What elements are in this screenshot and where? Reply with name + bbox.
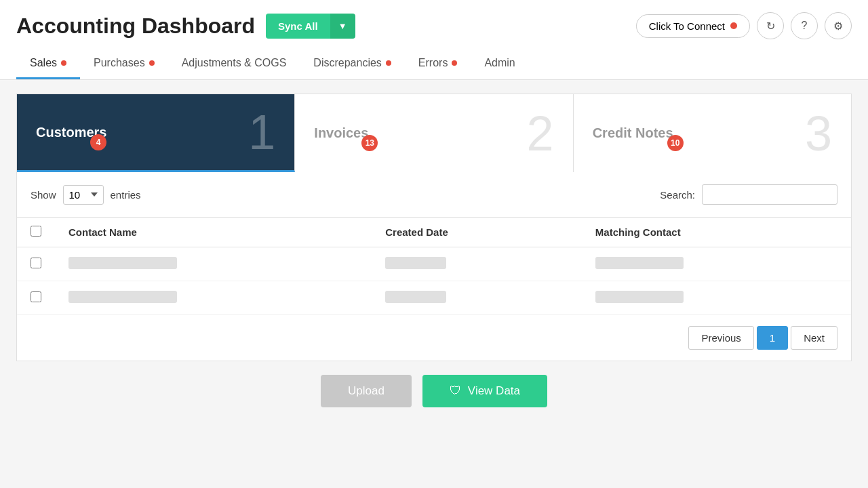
- help-button[interactable]: ?: [791, 12, 818, 39]
- invoices-label-wrap: Invoices 13: [314, 125, 368, 141]
- table-row: [17, 247, 851, 281]
- row1-created-date-cell: [372, 247, 582, 281]
- sync-all-button[interactable]: Sync All: [266, 14, 330, 39]
- section-tab-invoices[interactable]: Invoices 13 2: [295, 94, 573, 172]
- upload-button[interactable]: Upload: [321, 375, 412, 407]
- nav-tabs: Sales Purchases Adjustments & COGS Discr…: [16, 50, 852, 79]
- section-tabs: Customers 4 1 Invoices 13 2 Credit Notes…: [17, 94, 851, 172]
- credit-notes-badge: 10: [667, 135, 684, 151]
- credit-notes-number: 3: [805, 109, 832, 158]
- tab-adjustments[interactable]: Adjustments & COGS: [168, 50, 300, 79]
- row1-matching-contact-skeleton: [595, 257, 684, 269]
- help-icon: ?: [802, 20, 808, 32]
- settings-icon: ⚙: [833, 20, 843, 33]
- refresh-button[interactable]: ↻: [757, 12, 784, 39]
- tab-errors[interactable]: Errors: [405, 50, 471, 79]
- table-controls: Show 10 25 50 100 entries Search:: [17, 172, 851, 217]
- refresh-icon: ↻: [766, 20, 775, 33]
- nav-tab-list: Sales Purchases Adjustments & COGS Discr…: [16, 50, 852, 79]
- sync-dropdown-button[interactable]: ▼: [330, 14, 355, 39]
- tab-discrepancies[interactable]: Discrepancies: [300, 50, 404, 79]
- section-tab-credit-notes[interactable]: Credit Notes 10 3: [574, 94, 851, 172]
- header-top: Accounting Dashboard Sync All ▼ Click To…: [16, 12, 852, 39]
- row1-checkbox-cell: [17, 247, 55, 281]
- invoices-number: 2: [527, 109, 554, 158]
- tab-admin-label: Admin: [484, 57, 515, 69]
- connection-status-dot: [730, 22, 737, 29]
- row1-created-date-skeleton: [385, 257, 446, 269]
- bottom-actions: Upload 🛡 View Data: [16, 361, 852, 414]
- credit-notes-label: Credit Notes: [593, 125, 673, 141]
- col-created-date-header: Created Date: [372, 218, 582, 247]
- purchases-dot: [149, 60, 155, 66]
- row1-contact-name-skeleton: [68, 257, 177, 269]
- row2-matching-contact-skeleton: [595, 291, 684, 303]
- search-wrap: Search:: [660, 184, 837, 205]
- col-contact-name-header: Contact Name: [55, 218, 372, 247]
- credit-notes-label-wrap: Credit Notes 10: [593, 125, 673, 141]
- row2-checkbox-cell: [17, 281, 55, 315]
- tab-discrepancies-label: Discrepancies: [313, 57, 381, 69]
- errors-dot: [452, 60, 457, 66]
- view-data-button[interactable]: 🛡 View Data: [422, 375, 547, 407]
- search-label: Search:: [660, 189, 695, 201]
- next-button[interactable]: Next: [791, 326, 837, 350]
- tab-purchases[interactable]: Purchases: [80, 50, 168, 79]
- row2-matching-contact-cell: [582, 281, 851, 315]
- chevron-down-icon: ▼: [338, 21, 347, 31]
- view-data-label: View Data: [468, 384, 520, 398]
- show-entries-wrap: Show 10 25 50 100 entries: [31, 185, 141, 205]
- shield-icon: 🛡: [450, 384, 461, 398]
- customers-number: 1: [248, 108, 275, 157]
- section-tab-customers[interactable]: Customers 4 1: [17, 94, 295, 172]
- sales-dot: [61, 60, 66, 66]
- entries-select[interactable]: 10 25 50 100: [63, 185, 104, 205]
- header-left: Accounting Dashboard Sync All ▼: [16, 14, 355, 39]
- page-title: Accounting Dashboard: [16, 14, 255, 39]
- connect-label: Click To Connect: [649, 20, 725, 32]
- row2-contact-name-skeleton: [68, 291, 177, 303]
- discrepancies-dot: [386, 60, 391, 66]
- invoices-badge: 13: [361, 135, 378, 151]
- header: Accounting Dashboard Sync All ▼ Click To…: [0, 0, 868, 80]
- row2-created-date-skeleton: [385, 291, 446, 303]
- invoices-label: Invoices: [314, 125, 368, 141]
- customers-label-wrap: Customers 4: [36, 125, 106, 140]
- table-header-row: Contact Name Created Date Matching Conta…: [17, 218, 851, 247]
- tab-purchases-label: Purchases: [94, 57, 145, 69]
- tab-sales-label: Sales: [30, 57, 57, 69]
- col-matching-contact-header: Matching Contact: [582, 218, 851, 247]
- entries-label: entries: [111, 189, 141, 201]
- row2-created-date-cell: [372, 281, 582, 315]
- table-row: [17, 281, 851, 315]
- settings-button[interactable]: ⚙: [825, 12, 852, 39]
- customers-badge: 4: [90, 134, 106, 150]
- header-right: Click To Connect ↻ ? ⚙: [636, 12, 852, 39]
- col-checkbox-header: [17, 218, 55, 247]
- main-card: Customers 4 1 Invoices 13 2 Credit Notes…: [16, 94, 852, 361]
- data-table: Contact Name Created Date Matching Conta…: [17, 217, 851, 315]
- row2-contact-name-cell: [55, 281, 372, 315]
- row1-matching-contact-cell: [582, 247, 851, 281]
- search-input[interactable]: [702, 184, 837, 205]
- connect-button[interactable]: Click To Connect: [636, 14, 750, 38]
- row1-checkbox[interactable]: [31, 258, 41, 268]
- row2-checkbox[interactable]: [31, 291, 41, 302]
- row1-contact-name-cell: [55, 247, 372, 281]
- select-all-checkbox[interactable]: [31, 226, 41, 237]
- tab-errors-label: Errors: [418, 57, 448, 69]
- tab-sales[interactable]: Sales: [16, 50, 80, 79]
- sync-btn-group: Sync All ▼: [266, 14, 355, 39]
- tab-adjustments-label: Adjustments & COGS: [182, 57, 287, 69]
- page-1-button[interactable]: 1: [757, 326, 788, 350]
- main-content: Customers 4 1 Invoices 13 2 Credit Notes…: [0, 94, 868, 430]
- tab-admin[interactable]: Admin: [471, 50, 528, 79]
- previous-button[interactable]: Previous: [688, 326, 753, 350]
- pagination: Previous 1 Next: [17, 315, 851, 361]
- show-label: Show: [31, 189, 56, 201]
